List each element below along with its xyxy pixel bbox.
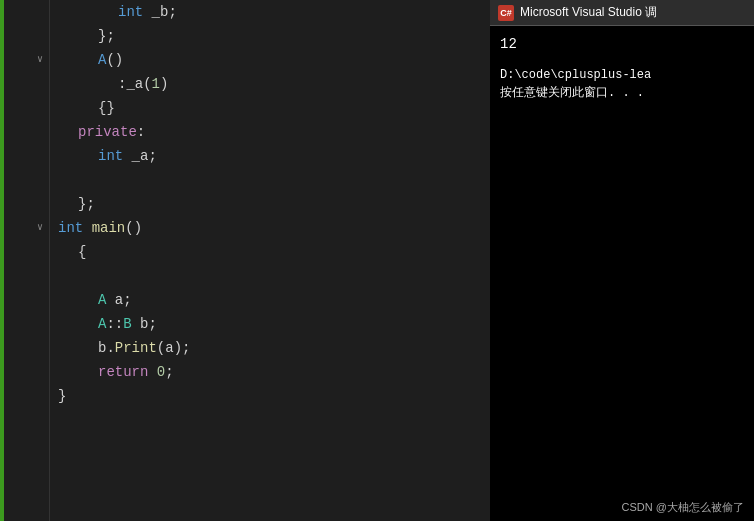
line-num — [27, 72, 43, 96]
line-num — [27, 24, 43, 48]
line-num — [27, 312, 43, 336]
keyword: A — [98, 48, 106, 72]
type-name: A — [98, 288, 106, 312]
code-text: ; — [165, 360, 173, 384]
line-num — [27, 264, 43, 288]
number: 1 — [152, 72, 160, 96]
watermark-text: CSDN @大柚怎么被偷了 — [622, 501, 744, 513]
code-line: b. Print (a); — [58, 336, 490, 360]
code-editor: ∨ ∨ int _b; }; — [0, 0, 490, 521]
code-text: {} — [98, 96, 115, 120]
code-line: }; — [58, 192, 490, 216]
code-line: A () — [58, 48, 490, 72]
line-num — [27, 168, 43, 192]
code-text: ) — [160, 72, 168, 96]
code-line: int _a; — [58, 144, 490, 168]
code-text: (a); — [157, 336, 191, 360]
number: 0 — [157, 360, 165, 384]
console-press-key: 按任意键关闭此窗口. . . — [500, 84, 744, 101]
code-line: }; — [58, 24, 490, 48]
code-line — [58, 264, 490, 288]
code-text: _b; — [143, 0, 177, 24]
code-text: :_a( — [118, 72, 152, 96]
console-titlebar: C# Microsoft Visual Studio 调 — [490, 0, 754, 26]
code-line: :_a(1) — [58, 72, 490, 96]
code-text: : — [137, 120, 145, 144]
code-text: } — [58, 384, 66, 408]
code-text — [83, 216, 91, 240]
keyword: return — [98, 360, 148, 384]
line-num — [27, 0, 43, 24]
line-num — [27, 96, 43, 120]
line-num — [27, 336, 43, 360]
line-num — [27, 192, 43, 216]
keyword: private — [78, 120, 137, 144]
code-line: int main () — [58, 216, 490, 240]
code-lines: int _b; }; A () :_a(1) {} — [50, 0, 490, 521]
line-num — [27, 240, 43, 264]
code-text: () — [106, 48, 123, 72]
console-footer: CSDN @大柚怎么被偷了 — [490, 496, 754, 521]
gutter: ∨ ∨ — [0, 0, 50, 521]
code-line: A a; — [58, 288, 490, 312]
code-line — [58, 168, 490, 192]
line-num — [27, 384, 43, 408]
type-name: B — [123, 312, 131, 336]
code-line: int _b; — [58, 0, 490, 24]
code-text: () — [125, 216, 142, 240]
console-panel: C# Microsoft Visual Studio 调 12 D:\code\… — [490, 0, 754, 521]
code-text: _a; — [123, 144, 157, 168]
console-title: Microsoft Visual Studio 调 — [520, 4, 657, 21]
line-num — [27, 360, 43, 384]
code-text — [148, 360, 156, 384]
code-text: :: — [106, 312, 123, 336]
code-text: b; — [132, 312, 157, 336]
code-text: }; — [78, 192, 95, 216]
code-text: a; — [106, 288, 131, 312]
code-text: }; — [98, 24, 115, 48]
keyword: int — [58, 216, 83, 240]
console-output-number: 12 — [500, 34, 744, 55]
fold-icon[interactable]: ∨ — [37, 48, 43, 72]
code-line: {} — [58, 96, 490, 120]
line-num — [27, 120, 43, 144]
code-line: return 0 ; — [58, 360, 490, 384]
code-line: } — [58, 384, 490, 408]
console-body: 12 D:\code\cplusplus-lea 按任意键关闭此窗口. . . — [490, 26, 754, 496]
code-line: { — [58, 240, 490, 264]
code-text: b. — [98, 336, 115, 360]
function-name: Print — [115, 336, 157, 360]
console-app-icon: C# — [498, 5, 514, 21]
line-num — [27, 288, 43, 312]
code-text: { — [78, 240, 86, 264]
type-name: A — [98, 312, 106, 336]
console-path-line1: D:\code\cplusplus-lea — [500, 67, 744, 84]
green-bar — [0, 0, 4, 521]
fold-icon[interactable]: ∨ — [37, 216, 43, 240]
keyword: int — [98, 144, 123, 168]
code-line: A :: B b; — [58, 312, 490, 336]
function-name: main — [92, 216, 126, 240]
code-line: private : — [58, 120, 490, 144]
line-num — [27, 144, 43, 168]
keyword: int — [118, 0, 143, 24]
